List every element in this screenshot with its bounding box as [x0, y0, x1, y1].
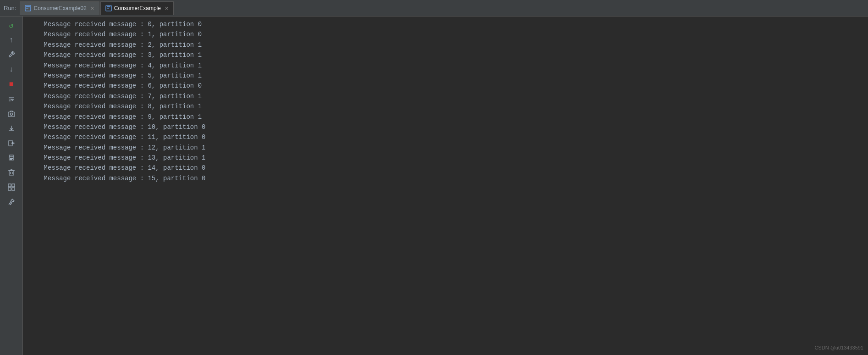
console-line: Message received message : 0, partition … [27, 19, 863, 29]
console-line: Message received message : 1, partition … [27, 29, 863, 39]
wrench-icon [8, 51, 15, 59]
svg-rect-1 [26, 6, 30, 7]
tab-consumer[interactable]: ConsumerExample ✕ [100, 1, 174, 15]
console-line: Message received message : 6, partition … [27, 81, 863, 91]
tab-consumer02[interactable]: ConsumerExample02 ✕ [20, 1, 99, 15]
main-content: ↺ ↑ ↓ ■ [0, 17, 868, 355]
run-label: Run: [2, 5, 16, 11]
exit-button[interactable] [5, 137, 18, 150]
camera-icon [8, 110, 15, 117]
delete-button[interactable] [5, 166, 18, 179]
grid-button[interactable] [5, 181, 18, 194]
tab-consumer02-close[interactable]: ✕ [90, 6, 94, 11]
svg-rect-5 [107, 8, 109, 9]
run-panel: Run: ConsumerExample02 ✕ ConsumerExample… [0, 0, 868, 355]
console-line: Message received message : 10, partition… [27, 122, 863, 132]
console-line: Message received message : 8, partition … [27, 101, 863, 111]
tab-bar: Run: ConsumerExample02 ✕ ConsumerExample… [0, 0, 868, 17]
watermark: CSDN @u013433591 [814, 345, 863, 350]
svg-rect-2 [26, 8, 28, 9]
tab-consumer02-label: ConsumerExample02 [33, 5, 86, 11]
console-line: Message received message : 9, partition … [27, 112, 863, 122]
pin-button[interactable] [5, 195, 18, 208]
trash-icon [8, 169, 15, 176]
svg-rect-21 [12, 184, 15, 187]
console-line: Message received message : 4, partition … [27, 61, 863, 71]
console-line: Message received message : 13, partition… [27, 153, 863, 163]
console-line: Message received message : 2, partition … [27, 40, 863, 50]
up-button[interactable]: ↑ [5, 34, 18, 47]
svg-rect-6 [8, 112, 15, 116]
print-icon [8, 154, 15, 161]
left-toolbar: ↺ ↑ ↓ ■ [0, 17, 23, 355]
pin-icon [8, 198, 15, 205]
console-icon-active [105, 5, 112, 11]
console-output[interactable]: Message received message : 0, partition … [23, 17, 868, 355]
svg-rect-12 [10, 155, 13, 157]
svg-rect-4 [107, 6, 110, 7]
camera-button[interactable] [5, 107, 18, 120]
rerun-button[interactable]: ↺ [5, 19, 18, 32]
svg-rect-15 [9, 171, 14, 175]
svg-rect-23 [12, 188, 15, 190]
grid-icon [8, 183, 15, 191]
tab-consumer-label: ConsumerExample [114, 5, 161, 11]
console-line: Message received message : 15, partition… [27, 173, 863, 183]
down-button[interactable]: ↓ [5, 63, 18, 76]
console-line: Message received message : 5, partition … [27, 71, 863, 81]
wrap-icon [8, 95, 15, 103]
console-line: Message received message : 12, partition… [27, 143, 863, 153]
console-line: Message received message : 7, partition … [27, 91, 863, 101]
console-icon [25, 5, 31, 11]
console-line: Message received message : 11, partition… [27, 132, 863, 142]
import-button[interactable] [5, 122, 18, 135]
svg-rect-22 [8, 188, 11, 190]
svg-point-7 [10, 113, 12, 116]
console-line: Message received message : 3, partition … [27, 50, 863, 60]
import-icon [8, 125, 15, 132]
svg-rect-14 [10, 159, 12, 160]
stop-button[interactable]: ■ [5, 78, 18, 91]
console-line: Message received message : 14, partition… [27, 163, 863, 173]
wrench-button[interactable] [5, 49, 18, 61]
print-button[interactable] [5, 151, 18, 164]
svg-rect-20 [8, 184, 11, 187]
wrap-button[interactable] [5, 93, 18, 105]
exit-icon [8, 139, 15, 147]
tab-consumer-close[interactable]: ✕ [165, 6, 169, 11]
svg-rect-13 [10, 158, 13, 159]
